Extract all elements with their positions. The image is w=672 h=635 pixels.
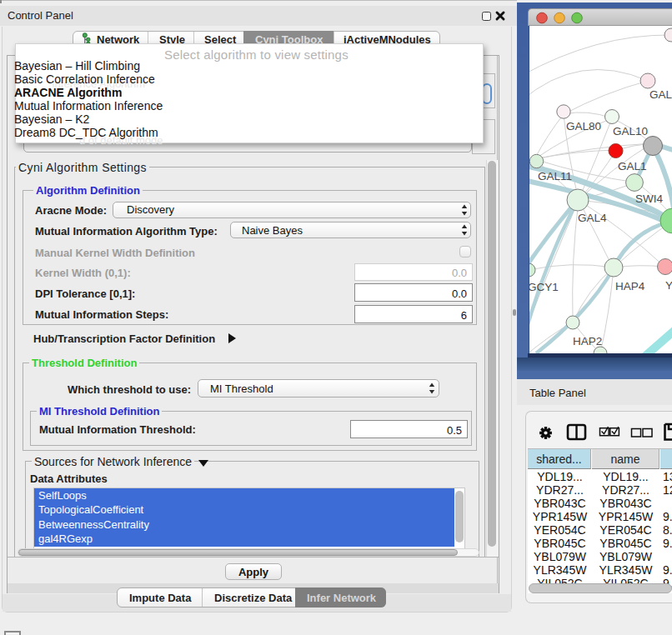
svg-text:GAL10: GAL10 [613,125,648,138]
svg-text:GAL1: GAL1 [618,160,647,172]
svg-text:GAL80: GAL80 [566,120,601,132]
svg-text:GAL11: GAL11 [538,170,572,182]
svg-text:GCY1: GCY1 [529,281,559,293]
svg-text:HAP4: HAP4 [615,280,645,292]
svg-text:SWI4: SWI4 [635,192,663,205]
svg-text:GAL2: GAL2 [649,88,672,101]
svg-text:GAL4: GAL4 [578,212,607,224]
svg-text:HAP2: HAP2 [573,335,602,348]
svg-text:YI: YI [665,279,672,292]
